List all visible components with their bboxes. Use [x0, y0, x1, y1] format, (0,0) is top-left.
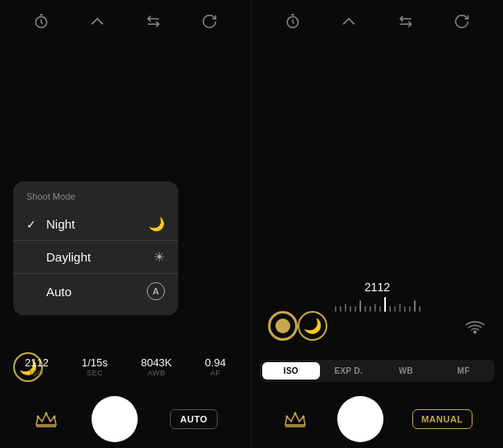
iso-stat: 2112 ISO	[25, 356, 49, 377]
camera-flip-icon-right[interactable]	[394, 10, 417, 33]
tick-12	[394, 306, 396, 312]
shutter-button-left[interactable]	[92, 396, 138, 442]
tab-mf[interactable]: MF	[435, 362, 492, 380]
tick-14	[404, 306, 406, 312]
shoot-mode-title: Shoot Mode	[13, 188, 178, 208]
svg-point-3	[36, 416, 39, 418]
af-stat: 0.94 AF	[205, 356, 226, 377]
refresh-icon-right[interactable]	[450, 10, 473, 33]
tab-iso[interactable]: ISO	[262, 362, 320, 380]
manual-mode-button[interactable]: MANUAL	[412, 409, 472, 429]
awb-stat: 8043K AWB	[141, 356, 172, 377]
tick-2	[340, 306, 341, 312]
scale-bar: 2112	[252, 281, 503, 312]
awb-label: AWB	[148, 369, 166, 377]
night-label: Night	[46, 217, 75, 231]
auto-circle-icon: A	[147, 282, 165, 300]
iso-label: ISO	[30, 369, 44, 377]
iso-value: 2112	[25, 356, 49, 369]
tab-wb[interactable]: WB	[378, 362, 435, 380]
scale-ticks	[327, 297, 429, 312]
svg-point-4	[53, 416, 55, 418]
tick-17	[419, 306, 421, 312]
tick-11	[389, 306, 391, 312]
shoot-mode-night[interactable]: ✓ Night 🌙	[13, 208, 178, 240]
moon-icon-right: 🌙	[303, 317, 322, 335]
tick-16	[414, 300, 416, 312]
right-bottom-controls: MANUAL	[252, 390, 503, 448]
svg-point-8	[294, 413, 297, 415]
tick-1	[335, 306, 336, 312]
awb-value: 8043K	[141, 356, 172, 369]
tick-5	[355, 306, 356, 312]
shoot-mode-daylight[interactable]: ✓ Daylight ☀	[13, 241, 178, 273]
refresh-icon-left[interactable]	[198, 10, 221, 33]
tick-8	[369, 306, 371, 312]
svg-point-10	[303, 416, 305, 418]
tick-7	[364, 306, 366, 312]
chevron-up-icon-left[interactable]	[86, 10, 109, 33]
sec-value: 1/15s	[82, 356, 108, 369]
sec-stat: 1/15s SEC	[82, 356, 108, 377]
shoot-mode-auto[interactable]: ✓ Auto A	[13, 274, 178, 309]
record-button[interactable]	[268, 311, 298, 341]
night-checkmark: ✓	[26, 218, 40, 231]
shutter-button-right[interactable]	[337, 396, 383, 442]
crown-icon-right[interactable]	[282, 406, 308, 432]
right-camera-panel: 🌙 2112	[252, 0, 503, 448]
night-moon-icon: 🌙	[148, 216, 165, 232]
tick-13	[399, 304, 401, 312]
auto-label: Auto	[46, 285, 72, 299]
right-top-bar	[252, 0, 503, 43]
tab-expd[interactable]: EXP D.	[320, 362, 378, 380]
timer-icon-right[interactable]	[281, 10, 304, 33]
af-value: 0.94	[205, 356, 226, 369]
tick-9	[374, 304, 376, 312]
left-bottom-controls: AUTO	[0, 390, 251, 448]
sec-label: SEC	[87, 369, 103, 377]
shoot-mode-popup: Shoot Mode ✓ Night 🌙 ✓ Daylight ☀ ✓ Auto	[13, 182, 178, 315]
tick-10	[379, 306, 381, 312]
left-stats-bar: 2112 ISO 1/15s SEC 8043K AWB 0.94 AF	[0, 351, 251, 382]
svg-point-9	[286, 416, 289, 418]
svg-point-6	[474, 331, 477, 333]
left-top-bar	[0, 0, 251, 43]
daylight-label: Daylight	[46, 250, 91, 264]
daylight-checkmark: ✓	[26, 251, 40, 264]
tick-3	[345, 304, 346, 312]
record-inner	[275, 318, 290, 333]
chevron-up-icon-right[interactable]	[337, 10, 360, 33]
tick-active	[384, 297, 386, 312]
wifi-icon-right[interactable]	[463, 314, 487, 337]
svg-point-2	[45, 413, 47, 415]
left-camera-panel: Shoot Mode ✓ Night 🌙 ✓ Daylight ☀ ✓ Auto	[0, 0, 252, 448]
night-mode-button-right[interactable]: 🌙	[298, 311, 327, 341]
crown-icon-left[interactable]	[33, 406, 59, 432]
right-middle-controls: 🌙	[252, 311, 503, 341]
tick-15	[409, 306, 411, 312]
right-tab-bar: ISO EXP D. WB MF	[260, 360, 495, 382]
auto-checkmark: ✓	[26, 285, 40, 298]
af-label: AF	[210, 369, 221, 377]
timer-icon-left[interactable]	[30, 10, 53, 33]
camera-flip-icon-left[interactable]	[142, 10, 165, 33]
tick-4	[350, 306, 351, 312]
scale-value: 2112	[364, 281, 390, 294]
daylight-sun-icon: ☀	[153, 249, 165, 265]
auto-mode-button[interactable]: AUTO	[170, 409, 219, 429]
tick-6	[360, 300, 361, 312]
